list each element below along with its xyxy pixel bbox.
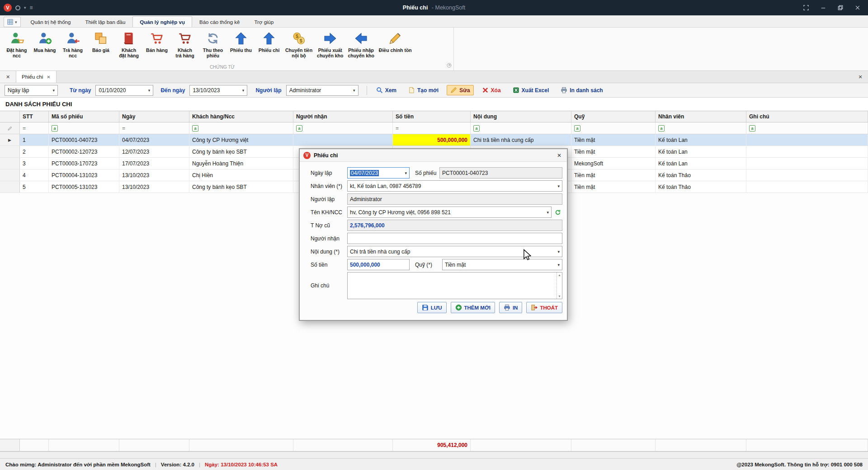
column-header-0[interactable]: STT [20, 111, 49, 122]
toolbar-item-8[interactable]: Phiếu thu [227, 30, 255, 59]
cell-ghi_chu[interactable] [746, 134, 868, 146]
app-logo-icon[interactable]: V [4, 4, 12, 12]
filter-row-indicator[interactable] [0, 122, 20, 134]
fund-combo[interactable]: Tiền mặt▾ [442, 259, 562, 270]
cell-noi_dung[interactable]: Chi trả tiền nhà cung cấp [471, 134, 571, 146]
maximize-button[interactable] [833, 2, 848, 14]
cell-ngay[interactable]: 13/10/2023 [119, 169, 189, 181]
cell-nhan_vien[interactable]: Kế toán Lan [656, 158, 746, 169]
close-button[interactable] [850, 2, 865, 14]
cell-stt[interactable]: 3 [20, 158, 49, 169]
cell-quy[interactable]: Tiền mặt [571, 134, 656, 146]
tab-strip-close-button[interactable]: ✕ [853, 71, 868, 83]
toolbar-item-9[interactable]: Phiếu chi [255, 30, 283, 59]
cell-so_tien[interactable]: 500,000,000 [393, 134, 471, 146]
cell-quy[interactable]: Tiền mặt [571, 169, 656, 181]
ribbon-app-button[interactable]: ▾ [4, 17, 21, 27]
cell-ngay[interactable]: 17/07/2023 [119, 158, 189, 169]
from-date-picker[interactable]: 01/10/2020▾ [95, 85, 153, 96]
delete-button[interactable]: Xóa [478, 85, 505, 95]
filter-cell-3[interactable]: a [189, 122, 293, 134]
table-row[interactable]: ▶1PCT00001-04072304/07/2023Công ty CP Hư… [0, 134, 868, 146]
filter-cell-5[interactable]: = [393, 122, 471, 134]
filter-cell-6[interactable]: a [471, 122, 571, 134]
cell-khach[interactable]: Công ty CP Hương việt [189, 134, 293, 146]
toolbar-item-5[interactable]: Bán hàng [143, 30, 171, 59]
content-combo[interactable]: Chi trả tiền nhà cung cấp▾ [347, 246, 562, 257]
cell-ma[interactable]: PCT00004-131023 [49, 169, 119, 181]
cell-ma[interactable]: PCT00002-120723 [49, 146, 119, 157]
cell-khach[interactable]: Chị Hiền [189, 169, 293, 181]
toolbar-item-0[interactable]: Đặt hàng ncc [3, 30, 31, 59]
column-header-6[interactable]: Nội dung [471, 111, 571, 122]
cell-quy[interactable]: MekongSoft [571, 158, 656, 169]
toolbar-item-7[interactable]: Thu theo phiếu [199, 30, 227, 59]
cell-stt[interactable]: 5 [20, 181, 49, 193]
filter-cell-7[interactable]: a [571, 122, 656, 134]
column-header-1[interactable]: Mã số phiếu [49, 111, 119, 122]
toolbar-item-11[interactable]: Phiếu xuất chuyển kho [315, 30, 345, 59]
filter-cell-4[interactable]: a [293, 122, 393, 134]
column-header-8[interactable]: Nhân viên [656, 111, 746, 122]
cell-stt[interactable]: 4 [20, 169, 49, 181]
toolbar-item-3[interactable]: Báo giá [87, 30, 115, 59]
quick-access-circle-icon[interactable] [15, 5, 20, 10]
close-tab-icon[interactable]: ✕ [47, 75, 50, 80]
cell-khach[interactable]: Công ty bánh kẹo SBT [189, 146, 293, 157]
toolbar-item-1[interactable]: Mua hàng [31, 30, 59, 59]
cell-nhan_vien[interactable]: Kế toán Thảo [656, 181, 746, 193]
filter-cell-2[interactable]: = [119, 122, 189, 134]
cell-ghi_chu[interactable] [746, 181, 868, 193]
column-header-7[interactable]: Quỹ [571, 111, 656, 122]
column-header-9[interactable]: Ghi chú [746, 111, 868, 122]
dialog-launcher-icon[interactable] [447, 63, 452, 69]
toolbar-item-4[interactable]: Khách đặt hàng [115, 30, 143, 59]
cell-quy[interactable]: Tiền mặt [571, 146, 656, 157]
creator-combo[interactable]: Administrator▾ [286, 85, 359, 96]
filter-cell-1[interactable]: a [49, 122, 119, 134]
cell-nhan_vien[interactable]: Kế toán Lan [656, 134, 746, 146]
column-header-3[interactable]: Khách hàng/Ncc [189, 111, 293, 122]
close-all-tabs-button[interactable]: ✕ [0, 71, 16, 83]
cell-nhan_vien[interactable]: Kế toán Lan [656, 146, 746, 157]
cell-ngay[interactable]: 12/07/2023 [119, 146, 189, 157]
filter-field-combo[interactable]: Ngày lập▾ [5, 85, 58, 96]
cell-stt[interactable]: 2 [20, 146, 49, 157]
cell-nhan_vien[interactable]: Kế toán Thảo [656, 169, 746, 181]
column-header-5[interactable]: Số tiền [393, 111, 471, 122]
fullscreen-button[interactable] [798, 2, 814, 14]
save-button[interactable]: LƯU [417, 302, 447, 313]
ribbon-tab-bao-cao-thong-ke[interactable]: Báo cáo thống kê [192, 16, 247, 27]
filter-cell-9[interactable]: a [746, 122, 868, 134]
edit-button[interactable]: Sửa [447, 85, 473, 95]
customize-toolbar-icon[interactable]: ≡ [30, 5, 33, 11]
ribbon-tab-quan-tri-he-thong[interactable]: Quản trị hệ thống [24, 16, 78, 27]
amount-input[interactable]: 500,000,000 [347, 259, 410, 270]
tab-phieu-chi[interactable]: Phiếu chi ✕ [16, 71, 57, 83]
cell-ghi_chu[interactable] [746, 169, 868, 181]
view-button[interactable]: Xem [373, 85, 400, 95]
to-date-picker[interactable]: 13/10/2023▾ [189, 85, 247, 96]
toolbar-item-2[interactable]: Trả hàng ncc [59, 30, 87, 59]
cell-khach[interactable]: Công ty bánh kẹo SBT [189, 181, 293, 193]
textarea-scrollbar[interactable]: ▲▼ [557, 273, 562, 299]
filter-cell-0[interactable]: = [20, 122, 49, 134]
export-excel-button[interactable]: Xuất Excel [509, 85, 553, 95]
cell-ngay[interactable]: 04/07/2023 [119, 134, 189, 146]
toolbar-item-13[interactable]: Điều chỉnh tồn [377, 30, 414, 59]
cell-ghi_chu[interactable] [746, 158, 868, 169]
cell-quy[interactable]: Tiền mặt [571, 181, 656, 193]
ribbon-tab-thiet-lap-ban-dau[interactable]: Thiết lập ban đầu [78, 16, 132, 27]
column-header-4[interactable]: Người nhận [293, 111, 393, 122]
toolbar-item-6[interactable]: Khách trả hàng [171, 30, 199, 59]
print-list-button[interactable]: In danh sách [557, 85, 606, 95]
dialog-close-icon[interactable]: ✕ [555, 152, 563, 159]
ribbon-tab-quan-ly-nghiep-vu[interactable]: Quản lý nghiệp vụ [132, 16, 192, 27]
exit-button[interactable]: THOÁT [526, 302, 562, 313]
chevron-down-icon[interactable]: ▾ [24, 5, 26, 10]
cell-ghi_chu[interactable] [746, 146, 868, 157]
date-created-picker[interactable]: 04/07/2023▾ [347, 167, 410, 179]
dialog-titlebar[interactable]: V Phiếu chi ✕ [300, 149, 567, 162]
refresh-customer-button[interactable] [553, 207, 562, 217]
cell-ma[interactable]: PCT00003-170723 [49, 158, 119, 169]
